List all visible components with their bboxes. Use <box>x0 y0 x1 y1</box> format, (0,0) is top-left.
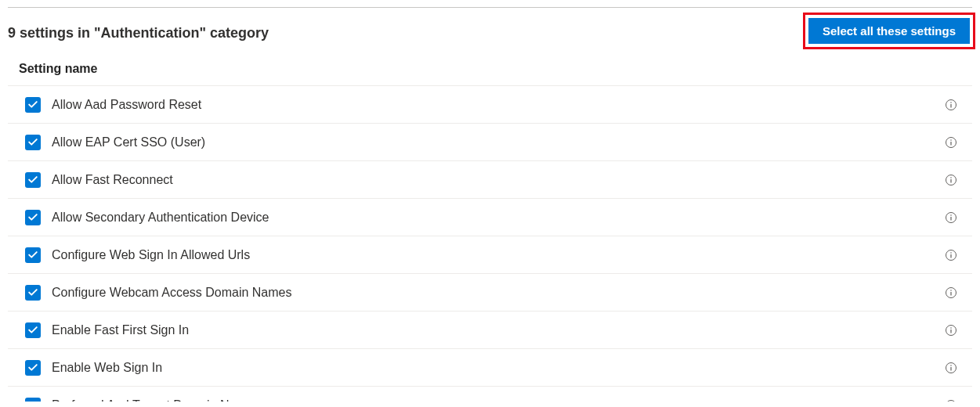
setting-row[interactable]: Enable Fast First Sign In <box>8 312 972 349</box>
info-icon[interactable] <box>944 211 958 225</box>
svg-point-13 <box>950 252 952 254</box>
settings-panel: 9 settings in "Authentication" category … <box>0 7 980 407</box>
setting-row[interactable]: Allow Fast Reconnect <box>8 161 972 199</box>
checkmark-icon <box>27 287 38 298</box>
setting-row[interactable]: Allow EAP Cert SSO (User) <box>8 124 972 161</box>
setting-label: Configure Webcam Access Domain Names <box>52 286 944 300</box>
svg-point-7 <box>950 177 952 178</box>
setting-row[interactable]: Configure Webcam Access Domain Names <box>8 274 972 312</box>
info-icon[interactable] <box>944 286 958 300</box>
checkmark-icon <box>27 175 38 185</box>
setting-label: Allow Fast Reconnect <box>52 173 944 187</box>
setting-row[interactable]: Allow Aad Password Reset <box>8 86 972 124</box>
setting-checkbox[interactable] <box>25 97 41 113</box>
setting-label: Allow EAP Cert SSO (User) <box>52 135 944 149</box>
checkmark-icon <box>27 250 38 261</box>
info-icon[interactable] <box>944 398 958 402</box>
info-icon[interactable] <box>944 323 958 337</box>
setting-label: Configure Web Sign In Allowed Urls <box>52 248 944 262</box>
settings-list[interactable]: Allow Aad Password ResetAllow EAP Cert S… <box>8 86 972 402</box>
select-all-highlight: Select all these settings <box>803 13 975 49</box>
svg-point-19 <box>950 327 952 329</box>
setting-row[interactable]: Enable Web Sign In <box>8 349 972 387</box>
checkmark-icon <box>27 325 38 336</box>
info-icon[interactable] <box>944 135 958 149</box>
setting-label: Preferred Aad Tenant Domain Name <box>52 398 944 402</box>
info-icon[interactable] <box>944 361 958 375</box>
column-header-name: Setting name <box>0 49 980 85</box>
setting-checkbox[interactable] <box>25 247 41 263</box>
settings-list-wrapper: Allow Aad Password ResetAllow EAP Cert S… <box>8 85 972 402</box>
info-icon[interactable] <box>944 173 958 187</box>
setting-checkbox[interactable] <box>25 172 41 188</box>
setting-label: Enable Fast First Sign In <box>52 323 944 337</box>
setting-checkbox[interactable] <box>25 210 41 225</box>
category-title: 9 settings in "Authentication" category <box>8 25 269 41</box>
svg-point-16 <box>950 290 952 291</box>
checkmark-icon <box>27 362 38 373</box>
setting-checkbox[interactable] <box>25 360 41 376</box>
setting-label: Allow Aad Password Reset <box>52 98 944 112</box>
svg-point-22 <box>950 365 952 366</box>
svg-point-1 <box>950 102 952 103</box>
checkmark-icon <box>27 400 38 402</box>
svg-point-10 <box>950 214 952 216</box>
setting-checkbox[interactable] <box>25 135 41 150</box>
setting-row[interactable]: Allow Secondary Authentication Device <box>8 199 972 236</box>
info-icon[interactable] <box>944 248 958 262</box>
info-icon[interactable] <box>944 98 958 112</box>
svg-point-4 <box>950 139 952 141</box>
svg-point-24 <box>946 400 956 402</box>
setting-label: Enable Web Sign In <box>52 361 944 375</box>
setting-row[interactable]: Preferred Aad Tenant Domain Name <box>8 387 972 402</box>
header-row: 9 settings in "Authentication" category … <box>0 8 980 49</box>
setting-row[interactable]: Configure Web Sign In Allowed Urls <box>8 236 972 274</box>
setting-checkbox[interactable] <box>25 398 41 402</box>
checkmark-icon <box>27 212 38 223</box>
select-all-button[interactable]: Select all these settings <box>808 18 970 44</box>
setting-checkbox[interactable] <box>25 322 41 338</box>
checkmark-icon <box>27 137 38 148</box>
checkmark-icon <box>27 99 38 110</box>
setting-checkbox[interactable] <box>25 285 41 301</box>
setting-label: Allow Secondary Authentication Device <box>52 211 944 225</box>
